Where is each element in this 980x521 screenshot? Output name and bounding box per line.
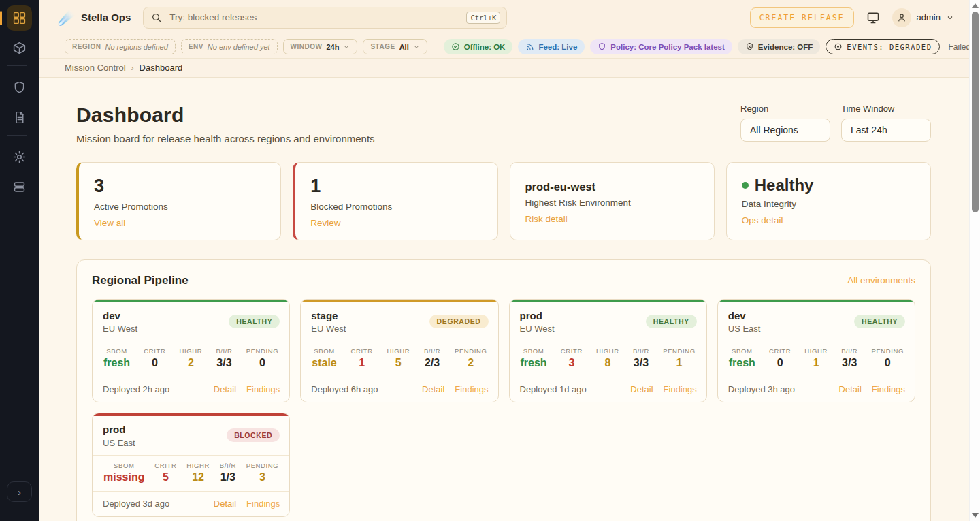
breadcrumb-parent-link[interactable]: Mission Control <box>65 63 126 73</box>
metric-bir: B/I/R1/3 <box>220 462 236 484</box>
findings-link[interactable]: Findings <box>664 384 697 394</box>
time-window-filter: Time Window Last 24h <box>841 104 931 142</box>
sidebar-divider <box>5 511 33 511</box>
metric-value: fresh <box>729 357 755 369</box>
time-window-select[interactable]: Last 24h <box>841 119 931 142</box>
user-menu[interactable]: admin <box>892 8 954 27</box>
pill-label: Policy: Core Policy Pack latest <box>610 43 724 51</box>
sidebar-item-settings[interactable] <box>7 144 32 170</box>
findings-link[interactable]: Findings <box>246 499 280 509</box>
metric-pending: PENDING1 <box>663 347 695 369</box>
sidebar-item-dashboard[interactable] <box>7 5 32 31</box>
pipeline-region: EU West <box>311 323 346 334</box>
metric-label: PENDING <box>871 347 903 355</box>
stat-label: Data Integrity <box>742 199 915 209</box>
findings-link[interactable]: Findings <box>455 384 488 394</box>
pipeline-status-badge: BLOCKED <box>227 428 280 442</box>
stat-card-link[interactable]: Review <box>310 218 340 228</box>
sidebar-item-infrastructure[interactable] <box>7 174 32 200</box>
context-chips: REGIONNo regions definedENVNo env define… <box>65 39 427 54</box>
window-chip[interactable]: WINDOW24h <box>283 39 358 54</box>
detail-link[interactable]: Detail <box>630 384 653 394</box>
sidebar-item-security[interactable] <box>7 75 32 100</box>
pipeline-panel-header: Regional Pipeline All environments <box>92 274 915 287</box>
page-header: Dashboard Mission board for release heal… <box>76 104 931 144</box>
pipeline-env-name: dev <box>103 310 137 323</box>
region-select[interactable]: All Regions <box>740 119 830 142</box>
status-pill-feed[interactable]: Feed: Live <box>518 39 585 54</box>
metric-label: HIGHR <box>387 347 410 355</box>
pipeline-deployed-text: Deployed 3d ago <box>103 499 169 509</box>
metric-value: stale <box>312 357 336 369</box>
metric-highr: HIGHR12 <box>186 462 210 484</box>
breadcrumb-current: Dashboard <box>140 63 183 73</box>
stat-card-link[interactable]: Ops detail <box>742 215 783 225</box>
pipeline-metrics: SBOMfreshCRITR3HIGHR8B/I/R3/3PENDING1 <box>510 341 706 377</box>
pipeline-metrics: SBOMmissingCRITR5HIGHR12B/I/R1/3PENDING3 <box>93 455 289 492</box>
stat-card-link[interactable]: View all <box>94 218 125 228</box>
chip-label: ENV <box>189 43 203 50</box>
create-release-button[interactable]: CREATE RELEASE <box>750 7 854 28</box>
metric-label: SBOM <box>103 462 144 469</box>
metric-label: CRITR <box>769 347 791 355</box>
package-icon <box>12 41 27 55</box>
metric-label: HIGHR <box>186 462 210 469</box>
time-window-filter-label: Time Window <box>841 104 931 114</box>
scrollbar-thumb[interactable] <box>972 12 979 212</box>
metric-label: HIGHR <box>596 347 619 355</box>
shield-x-icon <box>745 42 754 51</box>
region-select-value: All Regions <box>750 125 798 136</box>
time-window-select-value: Last 24h <box>851 125 887 136</box>
status-pill-evidence[interactable]: Evidence: OFF <box>738 39 821 54</box>
detail-link[interactable]: Detail <box>839 384 862 394</box>
pipeline-card-header: dev US East HEALTHY <box>718 302 915 341</box>
metric-highr: HIGHR2 <box>180 347 203 369</box>
sidebar-item-releases[interactable] <box>7 35 32 61</box>
metric-label: B/I/R <box>220 462 236 469</box>
env-chip[interactable]: ENVNo env defined yet <box>181 39 278 54</box>
global-search-input[interactable]: Try: blocked releases Ctrl+K <box>143 7 507 29</box>
scrollbar-up-arrow-icon[interactable] <box>972 3 979 8</box>
status-pill-offline[interactable]: Offline: OK <box>444 39 513 54</box>
gear-icon <box>12 150 27 164</box>
region-chip[interactable]: REGIONNo regions defined <box>65 39 176 54</box>
chevron-down-icon <box>413 44 420 50</box>
metric-critr: CRITR5 <box>154 462 176 484</box>
document-icon <box>12 110 27 125</box>
display-mode-button[interactable] <box>866 11 880 25</box>
page-title: Dashboard <box>76 104 375 127</box>
sidebar-expand-button[interactable]: › <box>7 481 32 502</box>
stage-chip[interactable]: STAGEAll <box>363 39 427 54</box>
status-pill-policy[interactable]: Policy: Core Policy Pack latest <box>590 39 732 54</box>
stat-card-row: 3 Active Promotions View all 1 Blocked P… <box>76 162 931 240</box>
context-bar: REGIONNo regions definedENVNo env define… <box>39 35 969 59</box>
events-status-pill[interactable]: EVENTS: DEGRADED <box>826 39 940 54</box>
metric-value: missing <box>103 471 144 484</box>
metric-value: 5 <box>154 471 176 484</box>
metric-value: 0 <box>871 357 903 369</box>
metric-highr: HIGHR5 <box>387 347 410 369</box>
page-scrollbar[interactable] <box>969 0 980 521</box>
metric-value: 3/3 <box>633 357 649 369</box>
pipeline-links: DetailFindings <box>214 384 280 394</box>
pipeline-deployed-text: Deployed 6h ago <box>311 384 378 394</box>
metric-value: fresh <box>103 357 130 369</box>
metric-bir: B/I/R3/3 <box>633 347 649 369</box>
detail-link[interactable]: Detail <box>214 499 236 509</box>
scrollbar-down-arrow-icon[interactable] <box>972 513 979 518</box>
chip-label: WINDOW <box>291 43 323 50</box>
region-filter-label: Region <box>740 104 830 114</box>
detail-link[interactable]: Detail <box>214 384 236 394</box>
metric-label: PENDING <box>663 347 695 355</box>
sidebar-item-list <box>7 5 32 204</box>
findings-link[interactable]: Findings <box>246 384 280 394</box>
metric-value: 0 <box>246 357 278 369</box>
monitor-icon <box>866 11 880 25</box>
findings-link[interactable]: Findings <box>872 384 905 394</box>
detail-link[interactable]: Detail <box>422 384 444 394</box>
stat-card-link[interactable]: Risk detail <box>525 214 568 224</box>
sidebar-item-documents[interactable] <box>7 105 32 130</box>
all-environments-link[interactable]: All environments <box>847 275 915 285</box>
stat-label: Highest Risk Environment <box>525 198 699 208</box>
metric-label: HIGHR <box>180 347 203 355</box>
